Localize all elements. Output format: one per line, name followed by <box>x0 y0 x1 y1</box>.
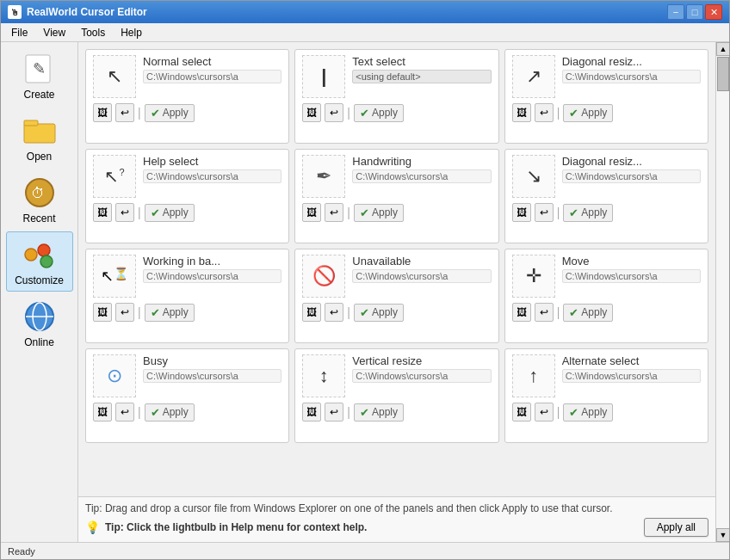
cursor-preview-diag2 <box>512 155 555 198</box>
cursor-actions-handwrite: 🖼 ↩ | ✔ Apply <box>302 203 491 222</box>
cursor-actions-vresize: 🖼 ↩ | ✔ Apply <box>302 403 491 422</box>
separator-vresize: | <box>347 405 350 419</box>
sidebar-label-online: Online <box>24 336 54 348</box>
apply-btn-diag2[interactable]: ✔ Apply <box>563 204 613 222</box>
cursor-preview-unavail <box>302 255 345 298</box>
svg-text:✎: ✎ <box>33 60 46 77</box>
browse-btn-diag1[interactable]: 🖼 <box>512 103 531 122</box>
apply-label-move: Apply <box>581 306 607 318</box>
svg-text:⏱: ⏱ <box>31 186 45 200</box>
browse-btn-diag2[interactable]: 🖼 <box>512 203 531 222</box>
cursor-path-alt: C:\Windows\cursors\a <box>562 369 701 383</box>
revert-btn-help[interactable]: ↩ <box>115 203 134 222</box>
sidebar-item-customize[interactable]: Customize <box>6 231 73 292</box>
browse-btn-normal[interactable]: 🖼 <box>93 103 112 122</box>
revert-btn-diag2[interactable]: ↩ <box>535 203 554 222</box>
card-header-normal: Normal select C:\Windows\cursors\a <box>93 55 281 98</box>
maximize-button[interactable]: □ <box>686 4 703 20</box>
apply-label-working: Apply <box>163 306 189 318</box>
cursor-title-unavail: Unavailable <box>352 255 491 268</box>
apply-btn-alt[interactable]: ✔ Apply <box>563 403 613 422</box>
browse-btn-text[interactable]: 🖼 <box>302 103 321 122</box>
cursor-info-alt: Alternate select C:\Windows\cursors\a <box>562 354 701 383</box>
bottom-panel: Tip: Drag and drop a cursor file from Wi… <box>78 496 715 542</box>
browse-btn-unavail[interactable]: 🖼 <box>302 303 321 322</box>
cursor-card-normal-select: Normal select C:\Windows\cursors\a 🖼 ↩ |… <box>85 49 289 144</box>
revert-btn-text[interactable]: ↩ <box>325 103 343 122</box>
cursor-grid-scroll[interactable]: Normal select C:\Windows\cursors\a 🖼 ↩ |… <box>78 42 715 496</box>
scroll-thumb[interactable] <box>717 57 729 91</box>
apply-btn-help[interactable]: ✔ Apply <box>145 204 195 222</box>
online-svg <box>22 299 57 334</box>
revert-btn-diag1[interactable]: ↩ <box>535 103 554 122</box>
cursor-title-handwrite: Handwriting <box>352 155 491 168</box>
customize-svg <box>22 237 57 272</box>
minimize-button[interactable]: − <box>667 4 684 20</box>
apply-btn-diag1[interactable]: ✔ Apply <box>563 104 613 122</box>
apply-label-help: Apply <box>163 206 189 218</box>
browse-btn-working[interactable]: 🖼 <box>93 303 112 322</box>
apply-all-button[interactable]: Apply all <box>644 518 708 537</box>
revert-btn-busy[interactable]: ↩ <box>115 403 134 422</box>
menu-tools[interactable]: Tools <box>74 25 112 40</box>
sidebar-label-create: Create <box>23 89 54 101</box>
card-header-alt: Alternate select C:\Windows\cursors\a <box>512 354 701 397</box>
cursor-actions-diag2: 🖼 ↩ | ✔ Apply <box>512 203 701 222</box>
apply-check-diag1: ✔ <box>569 107 578 120</box>
sidebar-item-open[interactable]: Open <box>6 108 73 168</box>
browse-btn-handwrite[interactable]: 🖼 <box>302 203 321 222</box>
scroll-up-btn[interactable]: ▲ <box>716 42 729 56</box>
apply-btn-unavail[interactable]: ✔ Apply <box>354 304 404 322</box>
cursor-card-busy: Busy C:\Windows\cursors\a 🖼 ↩ | ✔ Apply <box>85 348 289 443</box>
sidebar-item-recent[interactable]: ⏱ Recent <box>6 169 73 230</box>
card-header-help: ↖? Help select C:\Windows\cursors\a <box>93 155 281 198</box>
revert-btn-alt[interactable]: ↩ <box>535 403 554 422</box>
browse-btn-move[interactable]: 🖼 <box>512 303 531 322</box>
apply-btn-handwrite[interactable]: ✔ Apply <box>354 204 404 222</box>
revert-btn-normal[interactable]: ↩ <box>115 103 134 122</box>
apply-btn-move[interactable]: ✔ Apply <box>563 304 613 322</box>
apply-btn-busy[interactable]: ✔ Apply <box>145 403 195 422</box>
cursor-path-working: C:\Windows\cursors\a <box>143 269 281 283</box>
menu-help[interactable]: Help <box>114 25 149 40</box>
tip-row-2: 💡 Tip: Click the lightbulb in Help menu … <box>85 518 708 537</box>
cursor-preview-normal <box>93 55 136 98</box>
revert-btn-move[interactable]: ↩ <box>535 303 554 322</box>
sidebar-item-create[interactable]: ✎ Create <box>6 46 73 106</box>
revert-btn-vresize[interactable]: ↩ <box>325 403 343 422</box>
menu-file[interactable]: File <box>4 25 34 40</box>
apply-btn-text[interactable]: ✔ Apply <box>354 104 404 122</box>
text-cursor-icon <box>321 65 326 88</box>
cursor-info-move: Move C:\Windows\cursors\a <box>562 255 701 283</box>
menu-view[interactable]: View <box>36 25 72 40</box>
apply-btn-normal[interactable]: ✔ Apply <box>145 104 195 122</box>
apply-btn-working[interactable]: ✔ Apply <box>145 304 195 322</box>
cursor-preview-working: ↖⏳ <box>93 255 136 298</box>
cursor-actions-normal: 🖼 ↩ | ✔ Apply <box>93 103 281 122</box>
cursor-info-unavail: Unavailable C:\Windows\cursors\a <box>352 255 491 283</box>
cursor-actions-alt: 🖼 ↩ | ✔ Apply <box>512 403 701 422</box>
browse-btn-vresize[interactable]: 🖼 <box>302 403 321 422</box>
browse-btn-busy[interactable]: 🖼 <box>93 403 112 422</box>
apply-label-busy: Apply <box>163 406 189 418</box>
cursor-path-vresize: C:\Windows\cursors\a <box>352 369 491 383</box>
scroll-down-btn[interactable]: ▼ <box>716 528 729 542</box>
revert-btn-handwrite[interactable]: ↩ <box>325 203 343 222</box>
sidebar-label-customize: Customize <box>15 274 64 286</box>
title-bar: 🖱 RealWorld Cursor Editor − □ ✕ <box>1 1 729 23</box>
recent-svg: ⏱ <box>22 175 57 210</box>
cursor-actions-diag1: 🖼 ↩ | ✔ Apply <box>512 103 701 122</box>
revert-btn-working[interactable]: ↩ <box>115 303 134 322</box>
browse-btn-alt[interactable]: 🖼 <box>512 403 531 422</box>
diag2-cursor-icon <box>526 165 541 188</box>
scroll-track[interactable] <box>716 56 729 528</box>
close-button[interactable]: ✕ <box>705 4 722 20</box>
cursor-title-diag1: Diagonal resiz... <box>562 55 701 68</box>
revert-btn-unavail[interactable]: ↩ <box>325 303 343 322</box>
cursor-info-working: Working in ba... C:\Windows\cursors\a <box>143 255 281 283</box>
scrollbar[interactable]: ▲ ▼ <box>715 42 729 542</box>
sidebar-item-online[interactable]: Online <box>6 293 73 354</box>
apply-btn-vresize[interactable]: ✔ Apply <box>354 403 404 422</box>
customize-icon <box>22 237 57 272</box>
browse-btn-help[interactable]: 🖼 <box>93 203 112 222</box>
